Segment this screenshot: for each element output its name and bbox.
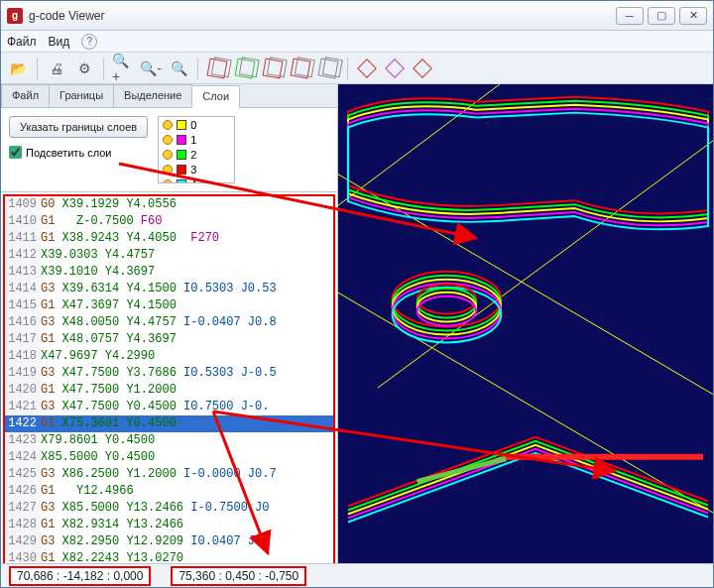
maximize-button[interactable]: ▢ [648, 7, 675, 25]
layer-index: 1 [190, 134, 196, 146]
print-icon[interactable]: 🖨 [46, 58, 67, 79]
minimize-button[interactable]: ─ [616, 7, 644, 25]
layer-row[interactable]: 1 [159, 132, 234, 147]
open-icon[interactable]: 📂 [7, 58, 29, 79]
bulb-icon [163, 150, 173, 160]
gcode-line[interactable]: 1429G3 X82.2950 Y12.9209 I0.0407 J-0 [5, 533, 333, 550]
layer-row[interactable]: 4 [159, 176, 234, 183]
view-cube-2-icon[interactable] [234, 58, 256, 79]
app-icon: g [7, 8, 23, 24]
tab-file[interactable]: Файл [1, 84, 50, 107]
menu-file[interactable]: Файл [7, 35, 37, 49]
tab-layers[interactable]: Слои [191, 85, 240, 108]
line-number: 1410 [5, 213, 41, 230]
bulb-icon [163, 165, 173, 175]
line-number: 1409 [5, 196, 41, 213]
highlight-layers-checkbox[interactable]: Подсветить слои [9, 146, 148, 159]
gcode-line[interactable]: 1420G1 X47.7500 Y1.2000 [5, 382, 333, 399]
view-cube-1-icon[interactable] [206, 58, 228, 79]
layers-panel: Указать границы слоев Подсветить слои 01… [1, 108, 337, 192]
view-cube-5-icon[interactable] [317, 58, 339, 79]
gcode-line[interactable]: 1425G3 X86.2500 Y1.2000 I-0.0000 J0.7 [5, 466, 333, 483]
gcode-line[interactable]: 1415G1 X47.3697 Y4.1500 [5, 297, 333, 314]
layer-list[interactable]: 01234 [158, 116, 235, 183]
view-cube-3-icon[interactable] [262, 58, 284, 79]
layer-index: 2 [190, 149, 196, 161]
gcode-line[interactable]: 1419G3 X47.7500 Y3.7686 I0.5303 J-0.5 [5, 365, 333, 382]
titlebar: g g-code Viewer ─ ▢ ✕ [1, 1, 713, 31]
color-swatch [177, 120, 186, 130]
toolbar-separator [37, 58, 38, 79]
line-number: 1412 [5, 247, 41, 264]
view-cube-4-icon[interactable] [290, 58, 311, 79]
gcode-line[interactable]: 1414G3 X39.6314 Y4.1500 I0.5303 J0.53 [5, 281, 333, 297]
gcode-line[interactable]: 1422G1 X75.3601 Y0.4500 [5, 415, 333, 432]
layer-row[interactable]: 2 [159, 147, 234, 162]
line-number: 1427 [5, 500, 41, 517]
bulb-icon [163, 135, 173, 145]
gcode-line[interactable]: 1423X79.8601 Y0.4500 [5, 432, 333, 449]
zoom-out-icon[interactable]: 🔍- [140, 58, 162, 79]
view-diamond-3-icon[interactable] [412, 58, 433, 79]
gcode-line[interactable]: 1410G1 Z-0.7500 F60 [5, 213, 333, 230]
tabs: Файл Границы Выделение Слои [1, 84, 337, 108]
workarea: Файл Границы Выделение Слои Указать гран… [1, 84, 713, 563]
status-coord-1: 70,686 : -14,182 : 0,000 [9, 566, 151, 586]
line-number: 1417 [5, 331, 41, 348]
view-diamond-2-icon[interactable] [384, 58, 406, 79]
gcode-line[interactable]: 1428G1 X82.9314 Y13.2466 [5, 517, 333, 533]
tab-selection[interactable]: Выделение [113, 84, 192, 107]
line-number: 1429 [5, 533, 41, 550]
gcode-line[interactable]: 1421G3 X47.7500 Y0.4500 I0.7500 J-0. [5, 399, 333, 415]
line-number: 1430 [5, 550, 41, 563]
left-panel: Файл Границы Выделение Слои Указать гран… [1, 84, 338, 563]
zoom-in-icon[interactable]: 🔍+ [112, 58, 134, 79]
gcode-line[interactable]: 1426G1 Y12.4966 [5, 483, 333, 500]
gcode-line[interactable]: 1430G1 X82.2243 Y13.0270 [5, 550, 333, 563]
gcode-line[interactable]: 1427G3 X85.5000 Y13.2466 I-0.7500 J0 [5, 500, 333, 517]
gcode-line[interactable]: 1424X85.5000 Y0.4500 [5, 449, 333, 466]
view-diamond-1-icon[interactable] [356, 58, 378, 79]
line-number: 1414 [5, 281, 41, 297]
color-swatch [177, 150, 186, 160]
gcode-editor[interactable]: 1409G0 X39.1929 Y4.05561410G1 Z-0.7500 F… [1, 192, 337, 563]
gcode-line[interactable]: 1418X47.9697 Y4.2990 [5, 348, 333, 365]
line-number: 1415 [5, 297, 41, 314]
layer-index: 4 [190, 178, 196, 184]
gcode-line[interactable]: 1411G1 X38.9243 Y4.4050 F270 [5, 230, 333, 247]
menu-view[interactable]: Вид [49, 35, 70, 49]
gcode-line[interactable]: 1409G0 X39.1929 Y4.0556 [5, 196, 333, 213]
gcode-line[interactable]: 1412X39.0303 Y4.4757 [5, 247, 333, 264]
color-swatch [177, 135, 186, 145]
menubar: Файл Вид ? [1, 31, 713, 53]
bulb-icon [163, 120, 173, 130]
color-swatch [177, 179, 186, 184]
toolpath-render [338, 84, 713, 563]
toolbar-separator [347, 58, 348, 79]
line-number: 1421 [5, 399, 41, 415]
set-layer-bounds-button[interactable]: Указать границы слоев [9, 116, 148, 138]
statusbar: 70,686 : -14,182 : 0,000 75,360 : 0,450 … [1, 563, 713, 587]
line-number: 1424 [5, 449, 41, 466]
toolbar-separator [197, 58, 198, 79]
highlight-layers-input[interactable] [9, 146, 22, 159]
color-swatch [177, 165, 186, 175]
window-title: g-code Viewer [29, 9, 616, 23]
3d-viewport[interactable] [338, 84, 713, 563]
layer-row[interactable]: 0 [159, 117, 234, 132]
line-number: 1411 [5, 230, 41, 247]
gcode-line[interactable]: 1413X39.1010 Y4.3697 [5, 264, 333, 281]
menu-help[interactable]: ? [81, 34, 97, 50]
gcode-line[interactable]: 1416G3 X48.0050 Y4.4757 I-0.0407 J0.8 [5, 314, 333, 331]
line-number: 1425 [5, 466, 41, 483]
settings-icon[interactable]: ⚙ [73, 58, 95, 79]
zoom-fit-icon[interactable]: 🔍 [168, 58, 189, 79]
layer-index: 0 [190, 119, 196, 131]
close-button[interactable]: ✕ [679, 7, 707, 25]
bulb-icon [163, 179, 173, 184]
gcode-line[interactable]: 1417G1 X48.0757 Y4.3697 [5, 331, 333, 348]
layer-row[interactable]: 3 [159, 162, 234, 176]
tab-bounds[interactable]: Границы [49, 84, 114, 107]
line-number: 1420 [5, 382, 41, 399]
line-number: 1418 [5, 348, 41, 365]
